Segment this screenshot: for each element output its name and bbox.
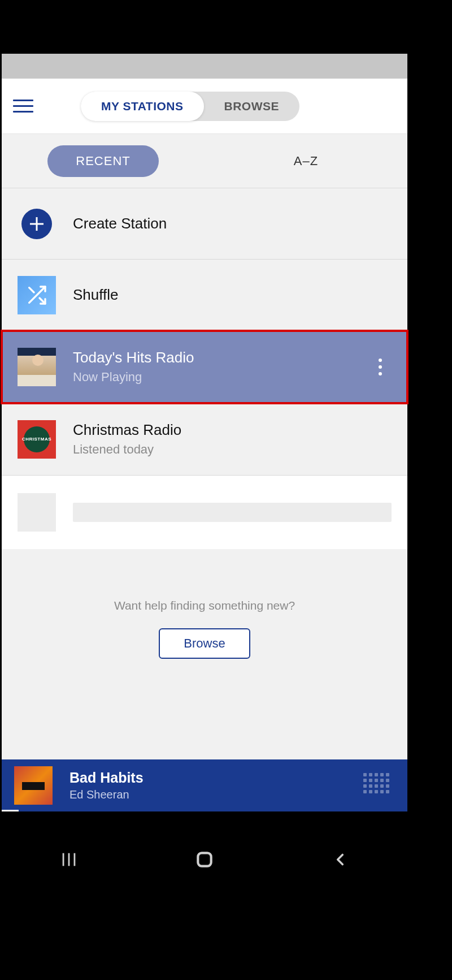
- app-frame: MY STATIONS BROWSE RECENT A–Z Create Sta…: [2, 54, 407, 811]
- more-options-icon[interactable]: [369, 359, 392, 375]
- top-tab-switch: MY STATIONS BROWSE: [81, 92, 299, 121]
- station-title: Christmas Radio: [73, 421, 392, 439]
- station-row-christmas[interactable]: Christmas Radio Listened today: [2, 403, 407, 476]
- plus-icon: [18, 205, 56, 243]
- placeholder-text: [73, 503, 392, 522]
- placeholder-thumbnail: [18, 493, 56, 532]
- sort-row: RECENT A–Z: [2, 134, 407, 188]
- shuffle-row[interactable]: Shuffle: [2, 260, 407, 331]
- browse-button[interactable]: Browse: [159, 628, 250, 659]
- sort-az-button[interactable]: A–Z: [294, 154, 318, 169]
- station-subtitle: Now Playing: [73, 370, 369, 385]
- create-station-row[interactable]: Create Station: [2, 188, 407, 260]
- svg-line-2: [29, 287, 34, 292]
- create-station-label: Create Station: [73, 215, 167, 232]
- station-title: Today's Hits Radio: [73, 349, 369, 366]
- menu-icon[interactable]: [13, 95, 36, 118]
- now-playing-title: Bad Habits: [69, 770, 363, 786]
- home-icon[interactable]: [193, 848, 216, 871]
- svg-rect-6: [198, 853, 211, 866]
- tab-my-stations[interactable]: MY STATIONS: [81, 92, 204, 121]
- now-playing-bar[interactable]: Bad Habits Ed Sheeran: [2, 759, 407, 811]
- station-album-art: [18, 348, 56, 386]
- progress-indicator: [2, 810, 19, 811]
- equalizer-icon: [363, 773, 395, 798]
- shuffle-icon: [18, 276, 56, 314]
- sort-recent-button[interactable]: RECENT: [47, 145, 158, 177]
- now-playing-album-art: [14, 766, 53, 805]
- android-nav-bar: [2, 834, 407, 885]
- shuffle-label: Shuffle: [73, 286, 118, 304]
- loading-placeholder-row: [2, 476, 407, 549]
- station-album-art: [18, 420, 56, 459]
- station-subtitle: Listened today: [73, 442, 392, 457]
- app-header: MY STATIONS BROWSE: [2, 79, 407, 134]
- back-icon[interactable]: [331, 850, 350, 869]
- tab-browse[interactable]: BROWSE: [204, 92, 300, 121]
- station-row-todays-hits[interactable]: Today's Hits Radio Now Playing: [2, 331, 407, 403]
- now-playing-artist: Ed Sheeran: [69, 788, 363, 801]
- help-prompt: Want help finding something new?: [114, 599, 295, 612]
- recent-apps-icon[interactable]: [59, 850, 79, 869]
- status-bar: [2, 54, 407, 79]
- help-section: Want help finding something new? Browse: [2, 549, 407, 759]
